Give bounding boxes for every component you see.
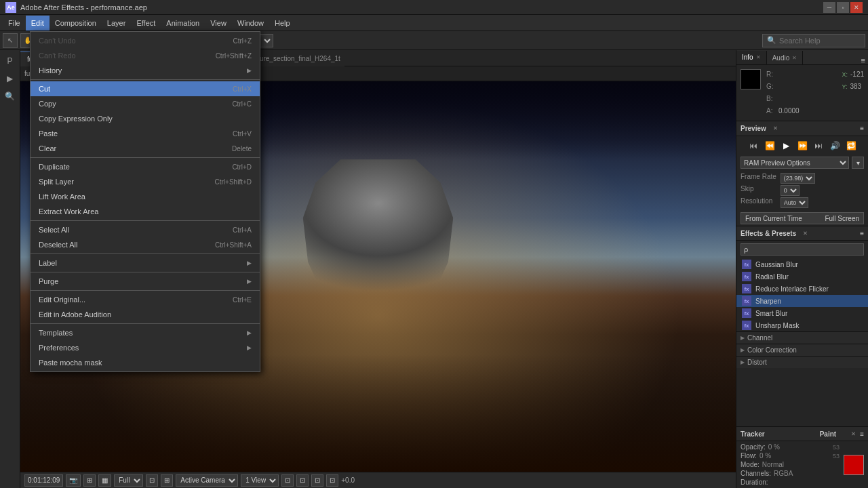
menu-edit-audition[interactable]: Edit in Adobe Audition [31, 307, 260, 322]
menu-paste-mocha[interactable]: Paste mocha mask [31, 355, 260, 370]
menu-split-layer[interactable]: Split Layer Ctrl+Shift+D [31, 174, 260, 189]
menu-sep-2 [31, 157, 260, 158]
menu-preferences[interactable]: Preferences ▶ [31, 340, 260, 355]
menu-sep-6 [31, 290, 260, 291]
menu-cant-redo: Can't Redo Ctrl+Shift+Z [31, 48, 260, 63]
menu-copy[interactable]: Copy Ctrl+C [31, 96, 260, 111]
menu-extract-work-area[interactable]: Extract Work Area [31, 204, 260, 219]
menu-duplicate[interactable]: Duplicate Ctrl+D [31, 159, 260, 174]
menu-edit-original[interactable]: Edit Original... Ctrl+E [31, 292, 260, 307]
menu-cant-undo: Can't Undo Ctrl+Z [31, 33, 260, 48]
menu-cut[interactable]: Cut Ctrl+X [31, 81, 260, 96]
menu-templates[interactable]: Templates ▶ [31, 325, 260, 340]
dropdown-overlay[interactable]: Can't Undo Ctrl+Z Can't Redo Ctrl+Shift+… [0, 0, 868, 488]
menu-lift-work-area[interactable]: Lift Work Area [31, 189, 260, 204]
menu-label[interactable]: Label ▶ [31, 256, 260, 270]
menu-history[interactable]: History ▶ [31, 63, 260, 78]
menu-paste[interactable]: Paste Ctrl+V [31, 126, 260, 141]
menu-sep-1 [31, 79, 260, 80]
menu-copy-expression[interactable]: Copy Expression Only [31, 111, 260, 126]
edit-menu: Can't Undo Ctrl+Z Can't Redo Ctrl+Shift+… [30, 31, 260, 372]
menu-sep-7 [31, 323, 260, 324]
menu-sep-4 [31, 253, 260, 254]
menu-clear[interactable]: Clear Delete [31, 141, 260, 156]
menu-sep-5 [31, 272, 260, 272]
menu-sep-3 [31, 220, 260, 221]
menu-deselect-all[interactable]: Deselect All Ctrl+Shift+A [31, 237, 260, 252]
menu-purge[interactable]: Purge ▶ [31, 274, 260, 289]
menu-select-all[interactable]: Select All Ctrl+A [31, 222, 260, 237]
